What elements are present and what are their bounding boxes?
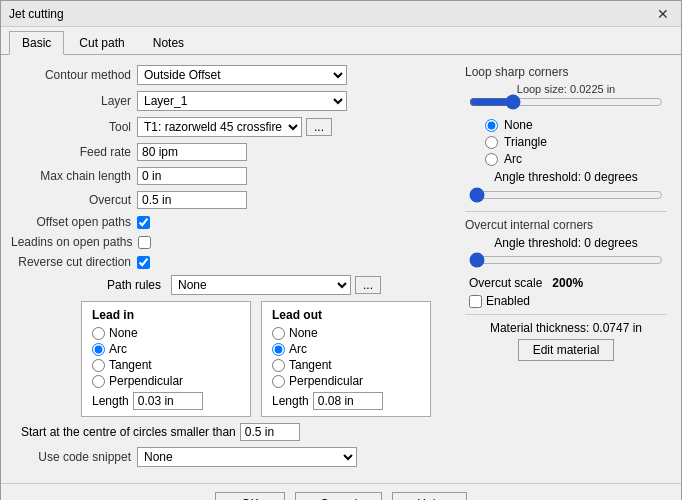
right-panel: Loop sharp corners Loop size: 0.0225 in … — [461, 65, 671, 473]
tool-controls: T1: razorweld 45 crossfire pro ... — [137, 117, 332, 137]
lead-in-perp-radio[interactable] — [92, 375, 105, 388]
overcut-title: Overcut internal corners — [465, 218, 667, 232]
right-divider-2 — [465, 314, 667, 315]
lead-boxes: Lead in None Arc Tangent — [81, 301, 451, 417]
lead-out-none: None — [272, 326, 420, 340]
dialog-title: Jet cutting — [9, 7, 64, 21]
feed-rate-input[interactable] — [137, 143, 247, 161]
angle-threshold-slider[interactable] — [469, 188, 663, 202]
lead-out-perp-radio[interactable] — [272, 375, 285, 388]
lead-in-tangent-radio[interactable] — [92, 359, 105, 372]
corner-none-radio[interactable] — [485, 119, 498, 132]
reverse-cut-label: Reverse cut direction — [11, 255, 131, 269]
overcut-angle-label: Angle threshold: 0 degrees — [465, 236, 667, 250]
layer-label: Layer — [11, 94, 131, 108]
main-content: Contour method Outside Offset Inside Off… — [1, 55, 681, 483]
lead-in-perpendicular: Perpendicular — [92, 374, 240, 388]
leadins-row: Leadins on open paths — [11, 235, 451, 249]
layer-select[interactable]: Layer_1 — [137, 91, 347, 111]
lead-in-none-radio[interactable] — [92, 327, 105, 340]
overcut-input[interactable] — [137, 191, 247, 209]
contour-method-row: Contour method Outside Offset Inside Off… — [11, 65, 451, 85]
lead-in-length-row: Length — [92, 392, 240, 410]
lead-out-tangent-radio[interactable] — [272, 359, 285, 372]
angle-threshold-label: Angle threshold: 0 degrees — [465, 170, 667, 184]
lead-out-arc: Arc — [272, 342, 420, 356]
path-rules-select[interactable]: None — [171, 275, 351, 295]
close-button[interactable]: ✕ — [653, 7, 673, 21]
tool-dots-button[interactable]: ... — [306, 118, 332, 136]
lead-out-length-input[interactable] — [313, 392, 383, 410]
lead-in-none: None — [92, 326, 240, 340]
corner-triangle-row: Triangle — [465, 135, 667, 149]
max-chain-row: Max chain length — [11, 167, 451, 185]
offset-open-row: Offset open paths — [11, 215, 451, 229]
tab-notes[interactable]: Notes — [140, 31, 197, 54]
lead-out-title: Lead out — [272, 308, 420, 322]
corner-none-row: None — [465, 118, 667, 132]
path-rules-dots-button[interactable]: ... — [355, 276, 381, 294]
path-rules-row: Path rules None ... — [81, 275, 451, 295]
loop-title: Loop sharp corners — [465, 65, 667, 79]
corner-arc-radio[interactable] — [485, 153, 498, 166]
tool-label: Tool — [11, 120, 131, 134]
lead-in-length-input[interactable] — [133, 392, 203, 410]
feed-rate-row: Feed rate — [11, 143, 451, 161]
tab-basic[interactable]: Basic — [9, 31, 64, 55]
lead-in-arc-radio[interactable] — [92, 343, 105, 356]
enabled-checkbox[interactable] — [469, 295, 482, 308]
contour-method-label: Contour method — [11, 68, 131, 82]
tab-bar: Basic Cut path Notes — [1, 27, 681, 55]
leadins-checkbox[interactable] — [138, 236, 151, 249]
tab-cut-path[interactable]: Cut path — [66, 31, 137, 54]
lead-out-perpendicular: Perpendicular — [272, 374, 420, 388]
overcut-scale-label: Overcut scale — [469, 276, 542, 290]
corner-triangle-radio[interactable] — [485, 136, 498, 149]
left-panel: Contour method Outside Offset Inside Off… — [11, 65, 451, 473]
snippet-select[interactable]: None — [137, 447, 357, 467]
start-row: Start at the centre of circles smaller t… — [21, 423, 451, 441]
start-label: Start at the centre of circles smaller t… — [21, 425, 236, 439]
start-value-input[interactable] — [240, 423, 300, 441]
overcut-section: Overcut internal corners Angle threshold… — [465, 218, 667, 308]
lead-in-arc: Arc — [92, 342, 240, 356]
loop-section: Loop sharp corners Loop size: 0.0225 in … — [465, 65, 667, 205]
title-bar: Jet cutting ✕ — [1, 1, 681, 27]
offset-open-checkbox[interactable] — [137, 216, 150, 229]
lead-out-arc-radio[interactable] — [272, 343, 285, 356]
cancel-button[interactable]: Cancel — [295, 492, 382, 500]
overcut-label: Overcut — [11, 193, 131, 207]
lead-in-title: Lead in — [92, 308, 240, 322]
tool-row: Tool T1: razorweld 45 crossfire pro ... — [11, 117, 451, 137]
lead-in-box: Lead in None Arc Tangent — [81, 301, 251, 417]
snippet-label: Use code snippet — [11, 450, 131, 464]
loop-size-slider[interactable] — [469, 95, 663, 109]
overcut-angle-slider[interactable] — [469, 253, 663, 267]
overcut-scale-value: 200% — [552, 276, 583, 290]
bottom-bar: OK Cancel Help — [1, 483, 681, 500]
right-divider-1 — [465, 211, 667, 212]
max-chain-input[interactable] — [137, 167, 247, 185]
leadins-label: Leadins on open paths — [11, 235, 132, 249]
help-button[interactable]: Help — [392, 492, 467, 500]
corner-triangle-label: Triangle — [504, 135, 547, 149]
overcut-scale-row: Overcut scale 200% — [465, 276, 667, 290]
lead-out-none-radio[interactable] — [272, 327, 285, 340]
lead-out-length-label: Length — [272, 394, 309, 408]
feed-rate-label: Feed rate — [11, 145, 131, 159]
contour-method-select[interactable]: Outside Offset Inside Offset On Path — [137, 65, 347, 85]
overcut-row: Overcut — [11, 191, 451, 209]
angle-threshold-slider-container — [465, 188, 667, 205]
lead-out-length-row: Length — [272, 392, 420, 410]
corner-none-label: None — [504, 118, 533, 132]
material-thickness: Material thickness: 0.0747 in — [465, 321, 667, 335]
reverse-cut-checkbox[interactable] — [137, 256, 150, 269]
ok-button[interactable]: OK — [215, 492, 285, 500]
edit-material-button[interactable]: Edit material — [518, 339, 615, 361]
tool-select[interactable]: T1: razorweld 45 crossfire pro — [137, 117, 302, 137]
max-chain-label: Max chain length — [11, 169, 131, 183]
snippet-row: Use code snippet None — [11, 447, 451, 467]
layer-row: Layer Layer_1 — [11, 91, 451, 111]
lead-out-tangent: Tangent — [272, 358, 420, 372]
loop-slider-container — [465, 95, 667, 112]
